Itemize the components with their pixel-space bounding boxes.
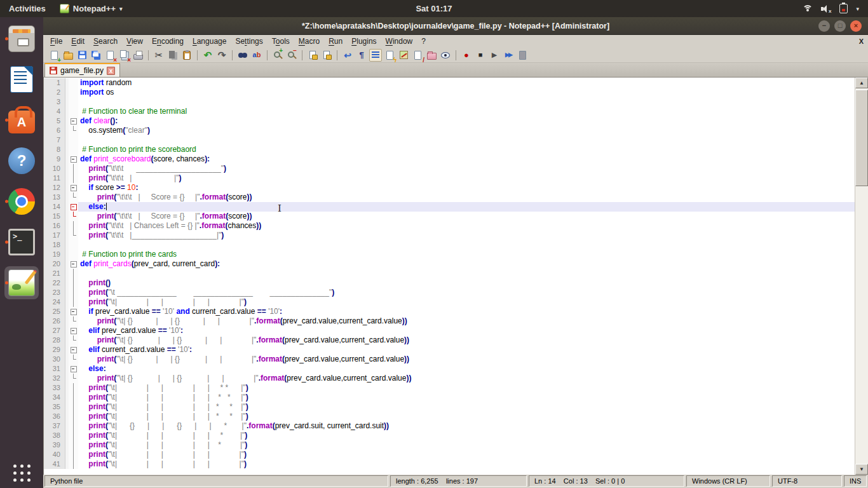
editor[interactable]: 1import random2import os34 # Function to… <box>43 78 868 475</box>
line-number[interactable]: 5 <box>44 116 65 126</box>
zoom-out-icon[interactable]: − <box>285 49 298 62</box>
menu-view[interactable]: View <box>122 36 147 47</box>
fold-collapse-icon[interactable] <box>69 183 78 193</box>
line-number[interactable]: 24 <box>44 297 65 307</box>
code-line-35[interactable]: 35 print("\t| | | | | * * |") <box>44 402 855 412</box>
line-number[interactable]: 1 <box>44 78 65 88</box>
code-line-38[interactable]: 38 print("\t| | | | | * |") <box>44 431 855 440</box>
new-file-icon[interactable]: + <box>48 49 60 62</box>
menu-window[interactable]: Window <box>381 36 417 47</box>
mdi-close-icon[interactable]: X <box>859 37 864 45</box>
code-line-1[interactable]: 1import random <box>44 78 855 88</box>
dock-item-terminal[interactable]: >_ <box>4 226 39 259</box>
line-number[interactable]: 36 <box>44 412 65 421</box>
save-all-icon[interactable] <box>90 49 102 62</box>
close-icon[interactable]: × <box>104 49 116 62</box>
code-line-32[interactable]: 32 print("\t| {} | | {} | | |".format(pr… <box>44 374 855 383</box>
macro-record-icon[interactable]: ● <box>460 49 473 62</box>
line-number[interactable]: 22 <box>44 278 65 288</box>
line-number[interactable]: 25 <box>44 307 65 316</box>
line-number[interactable]: 28 <box>44 336 65 345</box>
menu-run[interactable]: Run <box>324 36 347 47</box>
code-line-2[interactable]: 2import os <box>44 88 855 97</box>
synchronize-horizontal-scrolling-icon[interactable] <box>320 49 333 62</box>
indent-guide-icon[interactable] <box>369 49 382 62</box>
line-number[interactable]: 29 <box>44 345 65 355</box>
line-number[interactable]: 34 <box>44 393 65 402</box>
code-line-34[interactable]: 34 print("\t| | | | | * * |") <box>44 393 855 402</box>
fold-collapse-icon[interactable] <box>69 202 78 212</box>
dock-item-files[interactable] <box>4 22 39 55</box>
paste-icon[interactable] <box>180 49 193 62</box>
line-number[interactable]: 41 <box>44 459 65 469</box>
scroll-down-icon[interactable]: ▼ <box>855 464 868 475</box>
find-icon[interactable] <box>236 49 249 62</box>
redo-icon[interactable]: ↷ <box>215 49 228 62</box>
menu-encoding[interactable]: Encoding <box>147 36 188 47</box>
code-line-25[interactable]: 25 if prev_card.value == '10' and curren… <box>44 307 855 316</box>
save-icon[interactable] <box>76 49 88 62</box>
line-number[interactable]: 27 <box>44 326 65 336</box>
code-line-14[interactable]: 14 else: <box>44 202 855 212</box>
code-line-40[interactable]: 40 print("\t| | | | | |") <box>44 450 855 459</box>
fold-collapse-icon[interactable] <box>69 364 78 374</box>
code-line-17[interactable]: 17 print("\t\t\t |____________________|"… <box>44 231 855 240</box>
document-list-icon[interactable]: / <box>411 49 424 62</box>
zoom-in-icon[interactable]: + <box>271 49 284 62</box>
menu-help[interactable]: ? <box>417 36 430 47</box>
dock-item-libreoffice-writer[interactable] <box>4 63 39 96</box>
code-line-33[interactable]: 33 print("\t| | | | | * * |") <box>44 383 855 393</box>
close-button[interactable]: × <box>850 20 862 32</box>
dock-item-chrome[interactable] <box>4 185 39 218</box>
menu-search[interactable]: Search <box>89 36 122 47</box>
line-number[interactable]: 17 <box>44 231 65 240</box>
maximize-button[interactable]: □ <box>834 20 846 32</box>
fold-collapse-icon[interactable] <box>69 259 78 269</box>
macro-save-icon[interactable] <box>516 49 529 62</box>
code-line-9[interactable]: 9def print_scoreboard(score, chances): <box>44 154 855 164</box>
line-number[interactable]: 40 <box>44 450 65 459</box>
fold-collapse-icon[interactable] <box>69 345 78 355</box>
code-line-16[interactable]: 16 print("\t\t\t | Chances Left = {} |".… <box>44 221 855 231</box>
code-line-36[interactable]: 36 print("\t| | | | | * * |") <box>44 412 855 421</box>
show-applications-button[interactable] <box>13 464 31 482</box>
line-number[interactable]: 21 <box>44 269 65 278</box>
line-number[interactable]: 35 <box>44 402 65 412</box>
code-line-37[interactable]: 37 print("\t| {} | | {} | | * |".format(… <box>44 421 855 431</box>
replace-icon[interactable]: ab <box>250 49 263 62</box>
menu-edit[interactable]: Edit <box>67 36 89 47</box>
code-line-30[interactable]: 30 print("\t| {} | | {} | | |".format(pr… <box>44 355 855 364</box>
fold-collapse-icon[interactable] <box>69 116 78 126</box>
line-number[interactable]: 20 <box>44 259 65 269</box>
line-number[interactable]: 3 <box>44 97 65 107</box>
minimize-button[interactable]: − <box>818 20 830 32</box>
code-line-21[interactable]: 21 <box>44 269 855 278</box>
line-number[interactable]: 14 <box>44 202 65 212</box>
monitoring-icon[interactable] <box>439 49 452 62</box>
line-number[interactable]: 39 <box>44 440 65 450</box>
undo-icon[interactable]: ↶ <box>201 49 214 62</box>
code-line-27[interactable]: 27 elif prev_card.value == '10': <box>44 326 855 336</box>
fold-collapse-icon[interactable] <box>69 154 78 164</box>
code-line-15[interactable]: 15 print("\t\t\t | Score = {} |".format(… <box>44 212 855 221</box>
tab-close-icon[interactable]: x <box>107 67 115 75</box>
code-line-26[interactable]: 26 print("\t| {} | | {} | | |".format(pr… <box>44 316 855 326</box>
code-line-24[interactable]: 24 print("\t| | | | | |") <box>44 297 855 307</box>
line-number[interactable]: 9 <box>44 154 65 164</box>
line-number[interactable]: 8 <box>44 145 65 154</box>
tab-game_file.py[interactable]: game_file.pyx <box>44 63 120 77</box>
line-number[interactable]: 16 <box>44 221 65 231</box>
fold-collapse-icon[interactable] <box>69 326 78 336</box>
code-line-4[interactable]: 4 # Function to clear the terminal <box>44 107 855 116</box>
code-line-6[interactable]: 6 os.system("clear") <box>44 126 855 135</box>
code-line-3[interactable]: 3 <box>44 97 855 107</box>
scroll-up-icon[interactable]: ▲ <box>855 78 868 88</box>
line-number[interactable]: 23 <box>44 288 65 297</box>
print-icon[interactable] <box>132 49 144 62</box>
code-line-13[interactable]: 13 print("\t\t\t | Score = {} |".format(… <box>44 193 855 202</box>
code-line-29[interactable]: 29 elif current_card.value == '10': <box>44 345 855 355</box>
line-number[interactable]: 4 <box>44 107 65 116</box>
line-number[interactable]: 13 <box>44 193 65 202</box>
code-line-10[interactable]: 10 print("\t\t\t ____________________") <box>44 164 855 173</box>
code-line-31[interactable]: 31 else: <box>44 364 855 374</box>
